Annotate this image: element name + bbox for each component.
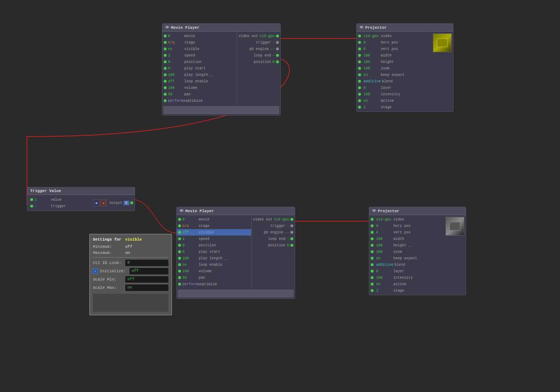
p1-input-horzpos[interactable]: 0 horz pos xyxy=(357,39,432,46)
movie-player-2-node: 👁 Movie Player 0 movie n/a stage off vis… xyxy=(176,207,295,299)
mp1-input-visible[interactable]: on visible xyxy=(162,46,237,52)
p1-input-video[interactable]: vid-gpu video xyxy=(357,33,432,39)
p2-input-width[interactable]: 100 width xyxy=(369,236,444,242)
mp2-input-movie[interactable]: 0 movie xyxy=(177,216,251,223)
mp2-input-optimize[interactable]: performa optimize xyxy=(177,281,251,287)
mp1-input-stage[interactable]: n/a stage xyxy=(162,39,237,46)
p1-input-zoom[interactable]: 100 zoom xyxy=(357,65,432,72)
p2-input-stage[interactable]: 1 stage xyxy=(369,287,444,294)
mp2-input-visible[interactable]: off visible xyxy=(177,229,251,236)
p2-input-zoom[interactable]: 100 zoom xyxy=(369,249,444,255)
mp2-input-pan[interactable]: 50 pan xyxy=(177,274,251,281)
scalemax-input[interactable]: on xyxy=(125,284,168,291)
mp1-output-videoout[interactable]: video out vid-gpu xyxy=(237,33,280,39)
p1-input-active[interactable]: on active xyxy=(357,97,432,104)
p1-input-intensity[interactable]: 100 intensity xyxy=(357,91,432,97)
eye-icon-mp2: 👁 xyxy=(180,209,184,213)
settings-preview-area xyxy=(93,294,168,312)
p1-input-layer[interactable]: 0 layer xyxy=(357,85,432,91)
p2-input-height[interactable]: 100 height _ xyxy=(369,242,444,249)
mp1-input-speed[interactable]: 1 speed xyxy=(162,52,237,59)
mp1-input-optimize[interactable]: performa optimize xyxy=(162,97,237,104)
mp2-input-stage[interactable]: n/a stage xyxy=(177,223,251,229)
eye-icon-p2: 👁 xyxy=(372,209,376,213)
init-value[interactable]: off xyxy=(130,268,168,274)
trigger-value-node: Trigger Value 1 value - trigger ✱ ✕ outp… xyxy=(27,187,135,211)
p2-input-intensity[interactable]: 100 intensity xyxy=(369,274,444,281)
mp1-input-position[interactable]: 0 position xyxy=(162,59,237,65)
mp2-output-position[interactable]: position 0 xyxy=(252,242,295,249)
eye-icon-mp1: 👁 xyxy=(165,25,169,30)
p1-thumbnail xyxy=(433,33,452,52)
mp1-output-pbengine[interactable]: pb engine -- xyxy=(237,46,280,52)
mp2-output-pbengine[interactable]: pb engine -- xyxy=(252,229,295,236)
mp2-input-position[interactable]: 0 position xyxy=(177,242,251,249)
trigger-value-title: Trigger Value xyxy=(27,187,135,195)
settings-scalemax-row[interactable]: Scale Max: on xyxy=(93,284,168,291)
mp2-input-playstart[interactable]: 0 play start xyxy=(177,249,251,255)
projector-2-title: 👁 Projector xyxy=(369,207,466,215)
p1-input-stage[interactable]: 1 stage xyxy=(357,104,432,110)
mp1-output-trigger[interactable]: trigger - xyxy=(237,39,280,46)
tv-input-trigger[interactable]: - trigger xyxy=(29,203,91,209)
asterisk-button[interactable]: ✱ xyxy=(94,200,100,206)
settings-title: Settings for visible xyxy=(93,237,168,242)
mp2-footer xyxy=(178,290,294,297)
movie-player-1-title: 👁 Movie Player xyxy=(162,24,280,32)
mp2-input-loopenable[interactable]: on loop enable xyxy=(177,261,251,268)
projector-2-node: 👁 Projector vid-gpu video 0 horz pos 0 v… xyxy=(369,207,466,295)
projector-1-title: 👁 Projector xyxy=(357,24,453,32)
p1-input-width[interactable]: 100 width xyxy=(357,52,432,59)
mp2-input-speed[interactable]: 1 speed xyxy=(177,236,251,242)
settings-min-row: Minimum: off xyxy=(93,245,168,249)
settings-scalemin-row[interactable]: Scale Min: off xyxy=(93,276,168,283)
p1-input-keepaspect[interactable]: on keep aspect xyxy=(357,72,432,78)
p2-input-vertpos[interactable]: 0 vert pos xyxy=(369,229,444,236)
mp2-output-trigger[interactable]: trigger - xyxy=(252,223,295,229)
mp1-input-volume[interactable]: 100 volume xyxy=(162,85,237,91)
projector-1-node: 👁 Projector vid-gpu video 0 horz pos 0 v… xyxy=(356,23,453,112)
mp1-input-playlength[interactable]: 100 play length _ xyxy=(162,72,237,78)
mp1-input-loopenable[interactable]: off loop enable xyxy=(162,78,237,85)
p1-input-blend[interactable]: additive blend xyxy=(357,78,432,85)
p2-input-video[interactable]: vid-gpu video xyxy=(369,216,444,223)
mp2-output-videoout[interactable]: video out vid-gpu xyxy=(252,216,295,223)
mp1-output-loopend[interactable]: loop end - xyxy=(237,52,280,59)
p2-input-keepaspect[interactable]: on keep aspect xyxy=(369,255,444,261)
scalemin-input[interactable]: off xyxy=(125,276,168,283)
mp2-output-loopend[interactable]: loop end - xyxy=(252,236,295,242)
p2-thumbnail xyxy=(446,217,464,236)
x-button[interactable]: ✕ xyxy=(100,200,107,206)
settings-ctlid-row[interactable]: Ctl ID Link: 0 xyxy=(93,260,168,266)
mp1-output-position[interactable]: position 0 xyxy=(237,59,280,65)
init-checkbox[interactable]: ✓ xyxy=(93,269,98,274)
eye-icon-p1: 👁 xyxy=(360,25,363,30)
mp1-input-pan[interactable]: 50 pan xyxy=(162,91,237,97)
movie-player-1-node: 👁 Movie Player 0 movie n/a stage on visi… xyxy=(162,23,281,115)
p1-input-vertpos[interactable]: 0 vert pos xyxy=(357,46,432,52)
tv-input-value[interactable]: 1 value xyxy=(29,196,91,203)
p2-input-active[interactable]: on active xyxy=(369,281,444,287)
movie-player-2-title: 👁 Movie Player xyxy=(177,207,295,215)
mp2-input-volume[interactable]: 100 volume xyxy=(177,268,251,274)
settings-max-row: Maximum: on xyxy=(93,251,168,255)
ctlid-input[interactable]: 0 xyxy=(125,260,168,266)
settings-init-row[interactable]: ✓ Initialize: off xyxy=(93,268,168,274)
mp2-input-playlength[interactable]: 100 play length _ xyxy=(177,255,251,261)
p2-input-blend[interactable]: additive blend xyxy=(369,261,444,268)
mp1-input-movie[interactable]: 0 movie xyxy=(162,33,237,39)
mp1-footer xyxy=(163,106,279,114)
p2-input-horzpos[interactable]: 0 horz pos xyxy=(369,223,444,229)
p1-input-height[interactable]: 100 height xyxy=(357,59,432,65)
settings-panel: Settings for visible Minimum: off Maximu… xyxy=(89,234,172,315)
p2-input-layer[interactable]: 0 layer xyxy=(369,268,444,274)
mp1-input-playstart[interactable]: 0 play start xyxy=(162,65,237,72)
init-label: Initialize: xyxy=(100,269,126,273)
